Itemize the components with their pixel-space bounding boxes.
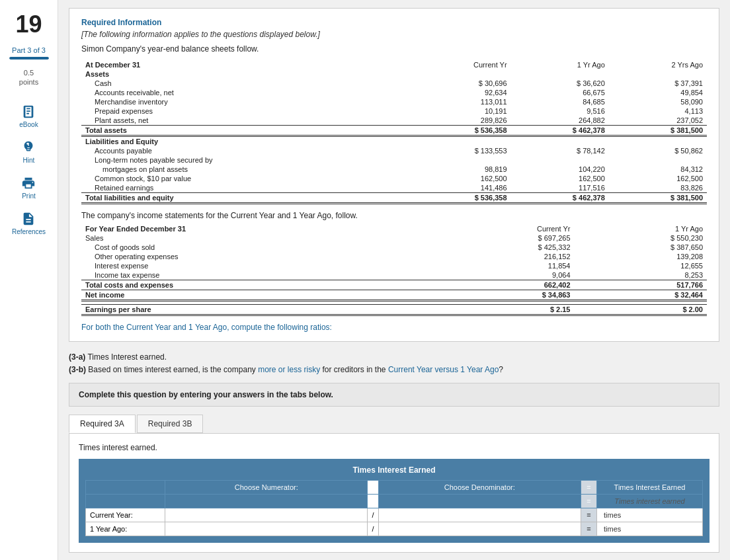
table-row: Accounts receivable, net 92,634 66,675 4… <box>81 88 707 97</box>
bs-header-date: At December 31 <box>81 60 410 69</box>
tie-num-empty <box>165 495 368 508</box>
ebook-icon <box>21 104 36 119</box>
table-row: mortgages on plant assets 98,819 104,220… <box>81 165 707 174</box>
sub-question-b: (3-b) Based on times interest earned, is… <box>69 364 719 376</box>
bs-header-ya1: 1 Yr Ago <box>511 60 609 69</box>
ebook-label: eBook <box>19 121 38 128</box>
tie-ya-equals: = <box>581 522 597 536</box>
main-content: Required Information [The following info… <box>58 0 730 560</box>
tie-ya-denominator-cell[interactable] <box>378 522 581 536</box>
tie-row-1ya: 1 Year Ago: / = times <box>86 522 703 536</box>
tie-cy-label: Current Year: <box>86 508 165 522</box>
tie-ya-result-cell: times <box>597 522 703 536</box>
answer-label: Times interest earned. <box>79 443 710 452</box>
tie-row-current-year: Current Year: / = times <box>86 508 703 522</box>
net-income-row: Net income $ 34,863 $ 32,464 <box>81 290 707 301</box>
sidebar-item-hint[interactable]: Hint <box>21 140 36 164</box>
progress-bar-fill <box>9 57 49 60</box>
is-header-cy: Current Yr <box>438 224 575 233</box>
income-section-title: The company's income statements for the … <box>81 211 707 220</box>
tab-required-3b[interactable]: Required 3B <box>137 415 204 433</box>
sub-questions: (3-a) Times Interest earned. (3-b) Based… <box>69 351 719 376</box>
tie-ya-label: 1 Year Ago: <box>86 522 165 536</box>
tie-cy-result-cell: times <box>597 508 703 522</box>
table-row: Other operating expenses 216,152 139,208 <box>81 252 707 261</box>
question-text: For both the Current Year and 1 Year Ago… <box>81 323 707 332</box>
tie-ya-numerator-input[interactable] <box>169 524 363 534</box>
tie-cy-result-unit: times <box>601 511 621 519</box>
hint-icon <box>21 140 36 155</box>
tie-col-numerator: Choose Numerator: <box>165 481 368 495</box>
tie-row-empty-label <box>86 495 165 508</box>
part-label: Part 3 of 3 <box>12 46 46 54</box>
sidebar-item-print[interactable]: Print <box>21 176 36 200</box>
sidebar-item-references[interactable]: References <box>12 212 46 235</box>
tie-col-denominator: Choose Denominator: <box>378 481 581 495</box>
tie-ya-slash: / <box>368 522 378 536</box>
tabs-container: Required 3A Required 3B <box>69 415 719 433</box>
tie-cy-equals: = <box>581 508 597 522</box>
tie-result-label-header: Times interest earned <box>597 495 703 508</box>
tie-col-result-header: Times Interest Earned <box>597 481 703 495</box>
is-header-ya1: 1 Yr Ago <box>575 224 708 233</box>
income-statement-table: For Year Ended December 31 Current Yr 1 … <box>81 224 707 316</box>
tie-den-empty <box>378 495 581 508</box>
tie-cy-denominator-cell[interactable] <box>378 508 581 522</box>
tie-table-wrapper: Times Interest Earned Choose Numerator: … <box>79 459 710 543</box>
liabilities-equity-header: Liabilities and Equity <box>81 136 707 147</box>
balance-sheet-table: At December 31 Current Yr 1 Yr Ago 2 Yrs… <box>81 60 707 204</box>
tie-equals-2: = <box>581 495 597 508</box>
tie-ya-denominator-input[interactable] <box>383 524 577 534</box>
table-row: Income tax expense 9,064 8,253 <box>81 270 707 280</box>
table-row: Cost of goods sold $ 425,332 $ 387,650 <box>81 243 707 252</box>
tie-col-slash: / <box>368 481 378 495</box>
is-header-period: For Year Ended December 31 <box>81 224 438 233</box>
table-row: Interest expense 11,854 12,655 <box>81 261 707 270</box>
bs-header-ya2: 2 Yrs Ago <box>609 60 707 69</box>
tie-cy-denominator-input[interactable] <box>383 510 577 520</box>
print-icon <box>21 176 36 190</box>
assets-header: Assets <box>81 69 707 79</box>
tie-table: Choose Numerator: / Choose Denominator: … <box>85 480 703 536</box>
table-row: Prepaid expenses 10,191 9,516 4,113 <box>81 106 707 116</box>
print-label: Print <box>22 192 36 200</box>
tie-slash-2: / <box>368 495 378 508</box>
tab-required-3a[interactable]: Required 3A <box>69 415 136 433</box>
table-row: Long-term notes payable secured by <box>81 155 707 165</box>
sub-question-a: (3-a) Times Interest earned. <box>69 351 719 364</box>
table-row: Common stock, $10 par value 162,500 162,… <box>81 174 707 183</box>
eps-row: Earnings per share $ 2.15 $ 2.00 <box>81 305 707 315</box>
total-assets-row: Total assets $ 536,358 $ 462,378 $ 381,5… <box>81 126 707 136</box>
table-row: Retained earnings 141,486 117,516 83,826 <box>81 183 707 193</box>
tie-cy-numerator-cell[interactable] <box>165 508 368 522</box>
tie-title: Times Interest Earned <box>85 465 703 475</box>
table-row: Sales $ 697,265 $ 550,230 <box>81 233 707 243</box>
total-le-row: Total liabilities and equity $ 536,358 $… <box>81 193 707 204</box>
table-row: Merchandise inventory 113,011 84,685 58,… <box>81 97 707 106</box>
sidebar-icons: eBook Hint Print References <box>12 104 46 235</box>
required-info-title: Required Information <box>81 18 707 27</box>
progress-bar <box>9 57 49 60</box>
table-row: Plant assets, net 289,826 264,882 237,05… <box>81 116 707 126</box>
table-row: Accounts payable $ 133,553 $ 78,142 $ 50… <box>81 146 707 155</box>
references-icon <box>21 212 36 226</box>
question-card: Required Information [The following info… <box>69 8 719 342</box>
tie-cy-slash: / <box>368 508 378 522</box>
references-label: References <box>12 228 46 235</box>
complete-box: Complete this question by entering your … <box>69 383 719 407</box>
bs-header-cy: Current Yr <box>410 60 510 69</box>
sidebar: 19 Part 3 of 3 0.5 points eBook Hint Pri… <box>0 0 58 560</box>
total-costs-row: Total costs and expenses 662,402 517,766 <box>81 280 707 290</box>
tie-col-equals-1: = <box>581 481 597 495</box>
tie-col-label <box>86 481 165 495</box>
company-intro: Simon Company's year-end balance sheets … <box>81 44 707 54</box>
question-number: 19 <box>15 11 42 38</box>
required-info-subtitle: [The following information applies to th… <box>81 30 707 39</box>
tie-ya-numerator-cell[interactable] <box>165 522 368 536</box>
tie-ya-result-unit: times <box>601 525 621 533</box>
answer-area: Times interest earned. Times Interest Ea… <box>69 433 719 553</box>
table-row: Cash $ 30,696 $ 36,620 $ 37,391 <box>81 79 707 88</box>
tie-cy-numerator-input[interactable] <box>169 510 363 520</box>
points-value: 0.5 <box>24 69 34 77</box>
sidebar-item-ebook[interactable]: eBook <box>19 104 38 128</box>
